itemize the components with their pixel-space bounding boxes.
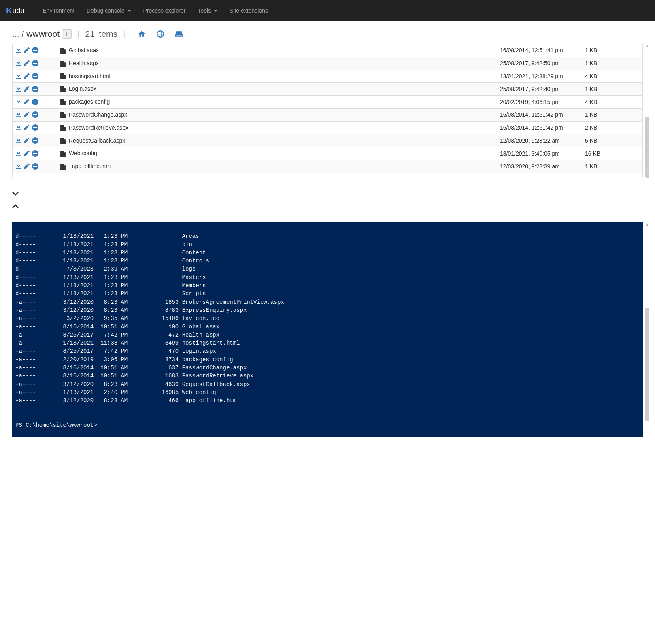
file-date: 13/01/2021, 12:38:29 pm — [497, 70, 582, 83]
chevron-down-icon[interactable] — [12, 191, 643, 196]
edit-icon[interactable] — [24, 124, 30, 131]
svg-rect-9 — [33, 102, 37, 102]
table-row: PasswordRetrieve.aspx16/08/2014, 12:51:4… — [13, 121, 642, 134]
console-prompt[interactable]: PS C:\home\site\wwwroot> — [15, 422, 100, 429]
file-size: 1 KB — [582, 83, 642, 96]
file-name-cell[interactable]: PasswordRetrieve.aspx — [57, 121, 497, 134]
delete-icon[interactable] — [32, 111, 38, 118]
file-name-cell[interactable]: Global.asax — [57, 44, 497, 57]
edit-icon[interactable] — [24, 60, 30, 66]
table-row: Web.config13/01/2021, 3:40:05 pm16 KB — [13, 147, 642, 160]
edit-icon[interactable] — [24, 73, 30, 79]
table-row: Login.aspx25/08/2017, 9:42:40 pm1 KB — [13, 83, 642, 96]
edit-icon[interactable] — [24, 99, 30, 105]
scrollbar-thumb[interactable] — [645, 308, 649, 421]
edit-icon[interactable] — [24, 163, 30, 170]
edit-icon[interactable] — [24, 137, 30, 144]
nav-item-tools[interactable]: Tools — [191, 7, 223, 14]
delete-icon[interactable] — [32, 150, 38, 157]
download-icon[interactable] — [16, 111, 21, 118]
download-icon[interactable] — [16, 47, 21, 53]
globe-icon[interactable] — [157, 30, 164, 38]
download-icon[interactable] — [16, 86, 21, 92]
delete-icon[interactable] — [32, 47, 38, 53]
console[interactable]: ---- ------------- ------ ---- d----- 1/… — [12, 222, 643, 437]
divider: | — [123, 29, 125, 39]
svg-rect-17 — [33, 153, 37, 154]
scrollbar-thumb[interactable] — [645, 117, 649, 178]
nav-link[interactable]: Site extensions — [230, 7, 268, 14]
download-icon[interactable] — [16, 73, 21, 79]
download-icon[interactable] — [16, 99, 21, 105]
file-name-cell[interactable]: Login.aspx — [57, 83, 497, 96]
file-date: 16/08/2014, 12:51:41 pm — [497, 44, 582, 57]
nav-link[interactable]: Debug console — [87, 7, 131, 14]
scroll-up-icon[interactable]: ▲ — [644, 222, 650, 227]
delete-icon[interactable] — [32, 73, 38, 79]
download-icon[interactable] — [16, 60, 21, 66]
svg-rect-1 — [33, 50, 37, 51]
delete-icon[interactable] — [32, 124, 38, 131]
table-row: packages.config20/02/2019, 4:06:15 pm4 K… — [13, 96, 642, 109]
edit-icon[interactable] — [24, 47, 30, 53]
nav-link[interactable]: Tools — [198, 7, 217, 14]
nav-item-site-extensions[interactable]: Site extensions — [223, 7, 274, 14]
table-row: _app_offline.htm12/03/2020, 9:23:39 am1 … — [13, 160, 642, 173]
file-name-cell[interactable]: Health.aspx — [57, 57, 497, 70]
svg-rect-15 — [33, 140, 37, 141]
brand-logo[interactable]: Kudu — [6, 6, 25, 15]
delete-icon[interactable] — [32, 137, 38, 144]
caret-down-icon — [128, 10, 131, 12]
navbar: Kudu EnvironmentDebug console Process ex… — [0, 0, 655, 21]
pane-splitter — [12, 177, 643, 222]
nav-link[interactable]: Process explorer — [143, 7, 185, 14]
file-name: packages.config — [69, 98, 110, 105]
brand-text: udu — [12, 6, 24, 15]
download-icon[interactable] — [16, 150, 21, 157]
breadcrumb-root[interactable]: ... — [12, 29, 19, 39]
nav-item-debug-console[interactable]: Debug console — [81, 7, 137, 14]
edit-icon[interactable] — [24, 150, 30, 157]
delete-icon[interactable] — [32, 163, 38, 170]
edit-icon[interactable] — [24, 86, 30, 92]
file-size: 2 KB — [582, 121, 642, 134]
disk-icon[interactable] — [175, 30, 183, 38]
file-date: 25/08/2017, 9:42:40 pm — [497, 83, 582, 96]
file-name-cell[interactable]: PasswordChange.aspx — [57, 108, 497, 121]
table-row: RequestCallback.aspx12/03/2020, 9:23:22 … — [13, 134, 642, 147]
console-scrollbar[interactable]: ▲ — [644, 222, 650, 437]
file-name-cell[interactable]: packages.config — [57, 96, 497, 109]
file-icon — [60, 73, 66, 79]
breadcrumb-bar: ... / wwwroot + | 21 items | — [12, 29, 643, 39]
file-list-scrollbar[interactable]: ▲ — [644, 44, 650, 177]
breadcrumb-current: wwwroot — [26, 29, 60, 39]
delete-icon[interactable] — [32, 86, 38, 92]
download-icon[interactable] — [16, 137, 21, 144]
nav-item-process-explorer[interactable]: Process explorer — [137, 7, 191, 14]
delete-icon[interactable] — [32, 99, 38, 105]
file-name-cell[interactable]: Web.config — [57, 147, 497, 160]
nav-link[interactable]: Environment — [43, 7, 75, 14]
file-size: 16 KB — [582, 147, 642, 160]
file-list: Global.asax16/08/2014, 12:51:41 pm1 KBHe… — [12, 44, 643, 177]
download-icon[interactable] — [16, 163, 21, 170]
file-name-cell[interactable]: RequestCallback.aspx — [57, 134, 497, 147]
home-icon[interactable] — [138, 30, 145, 38]
download-icon[interactable] — [16, 124, 21, 131]
nav-menu: EnvironmentDebug console Process explore… — [37, 7, 274, 14]
file-date: 20/02/2019, 4:06:15 pm — [497, 96, 582, 109]
delete-icon[interactable] — [32, 60, 38, 66]
file-name: RequestCallback.aspx — [69, 137, 125, 144]
add-button[interactable]: + — [62, 29, 72, 39]
scroll-up-icon[interactable]: ▲ — [644, 44, 650, 48]
file-name-cell[interactable]: hostingstart.html — [57, 70, 497, 83]
nav-item-environment[interactable]: Environment — [37, 7, 81, 14]
chevron-up-icon[interactable] — [12, 204, 643, 209]
file-name: Health.aspx — [69, 60, 99, 66]
file-name: _app_offline.htm — [69, 163, 111, 169]
edit-icon[interactable] — [24, 111, 30, 118]
file-icon — [60, 86, 66, 92]
file-name-cell[interactable]: _app_offline.htm — [57, 160, 497, 173]
file-icon — [60, 125, 66, 131]
file-size: 1 KB — [582, 57, 642, 70]
